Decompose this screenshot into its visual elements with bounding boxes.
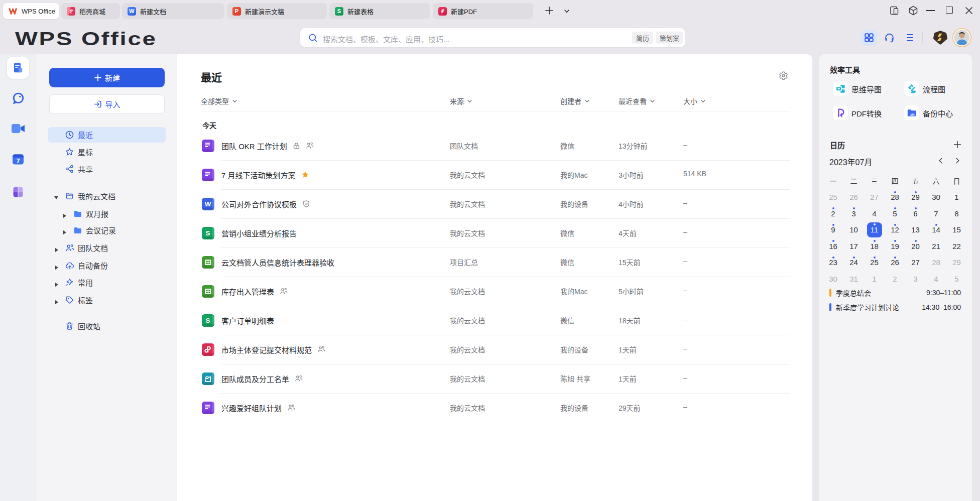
svg-text:W: W <box>205 200 211 208</box>
svg-text:S: S <box>205 317 210 324</box>
svg-text:7: 7 <box>16 157 20 165</box>
svg-text:S: S <box>205 229 210 237</box>
